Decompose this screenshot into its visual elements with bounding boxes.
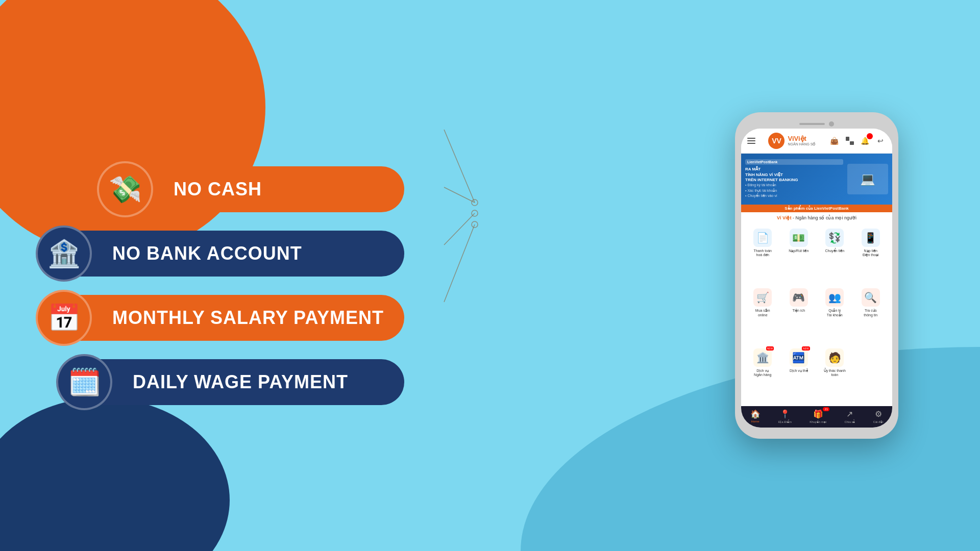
- notification-badge: [867, 133, 873, 139]
- settings-icon: ⚙: [875, 409, 882, 419]
- service-shopping[interactable]: 🛒 Mua sắmonline: [745, 285, 780, 344]
- share-label: Chia sẻ: [844, 420, 855, 423]
- daily-wage-label: DAILY WAGE PAYMENT: [133, 371, 348, 393]
- banner-bottom: Sản phẩm của LienVietPostBank: [741, 205, 892, 212]
- service-utilities[interactable]: 🎮 Tiện ích: [781, 285, 817, 344]
- lookup-label: Tra cứuthông tin: [864, 309, 877, 317]
- qr-icon[interactable]: [844, 135, 855, 146]
- daily-wage-icon: 🗓️: [68, 367, 101, 398]
- phone-notch: [741, 118, 892, 129]
- service-transfer[interactable]: 💱 Chuyển tiền: [817, 226, 852, 284]
- feature-no-bank-icon-wrapper: 🏦: [36, 226, 92, 282]
- card-label: Dịch vụ thẻ: [790, 369, 808, 373]
- delegate-label: Ủy thác thanhtoán: [824, 369, 846, 378]
- tagline-brand: Ví Việt: [777, 215, 791, 220]
- banner-text: LienVietPostBank RA MẮTTÍNH NĂNG VÍ VIỆT…: [745, 159, 843, 199]
- service-topup[interactable]: 📱 Nạp tiềnĐiện thoại: [853, 226, 889, 284]
- app-banner: LienVietPostBank RA MẮTTÍNH NĂNG VÍ VIỆT…: [741, 154, 892, 205]
- bottom-navigation: 🏠 Home 📍 Địa Điểm 🎁 21 Khuyến mại ↗: [741, 406, 892, 428]
- banner-details: • Đăng ký tài khoản• Xác thực tài khoản•…: [745, 183, 843, 199]
- feature-no-cash-icon-wrapper: 💸: [97, 161, 153, 217]
- promotions-label: Khuyến mại: [810, 420, 826, 423]
- app-tagline: Ví Việt - Ngân hàng số của mọi người: [741, 212, 892, 223]
- settings-label: Cài đặt: [873, 420, 884, 423]
- banner-bank-logo: LienVietPostBank: [745, 159, 843, 165]
- utilities-label: Tiện ích: [792, 309, 805, 313]
- logo-text: ViViệt NGÂN HÀNG SỐ: [788, 135, 816, 146]
- feature-no-bank-account: 🏦 NO BANK ACCOUNT: [41, 231, 404, 277]
- nav-share[interactable]: ↗ Chia sẻ: [844, 409, 855, 423]
- no-bank-account-label: NO BANK ACCOUNT: [112, 243, 302, 264]
- delegate-icon: 🧑: [825, 348, 844, 367]
- notification-icon[interactable]: 🔔: [860, 135, 871, 146]
- service-card[interactable]: 🏧NEW Dịch vụ thẻ: [781, 345, 817, 404]
- card-icon: 🏧NEW: [790, 348, 808, 367]
- monthly-salary-icon: 📅: [47, 303, 81, 334]
- deposit-icon: 💵: [790, 229, 808, 247]
- banking-icon: 🏛️NEW: [753, 348, 772, 367]
- no-bank-icon: 🏦: [47, 238, 81, 269]
- banner-laptop-image: 💻: [847, 164, 888, 194]
- deposit-label: Nạp/Rút tiền: [789, 249, 808, 253]
- home-label: Home: [751, 420, 760, 423]
- service-deposit[interactable]: 💵 Nạp/Rút tiền: [781, 226, 817, 284]
- hamburger-menu[interactable]: [747, 138, 755, 144]
- utilities-icon: 🎮: [790, 288, 808, 307]
- phone-camera: [829, 121, 834, 127]
- account-icon: 👥: [825, 288, 844, 307]
- phone-notch-line: [799, 123, 825, 125]
- topup-icon: 📱: [862, 229, 880, 247]
- promotions-badge: 21: [823, 407, 829, 411]
- no-cash-label: NO CASH: [174, 179, 262, 200]
- logo-icon: VV: [768, 133, 785, 149]
- service-grid: 📄 Thanh toánhoá đơn 💵 Nạp/Rút tiền 💱 Chu…: [741, 223, 892, 406]
- invoice-icon: 📄: [753, 229, 772, 247]
- topup-label: Nạp tiềnĐiện thoại: [863, 249, 879, 258]
- feature-no-cash: 💸 NO CASH: [102, 166, 404, 212]
- feature-daily-icon-wrapper: 🗓️: [56, 354, 112, 410]
- logout-icon[interactable]: ↩: [875, 135, 886, 146]
- shopping-icon: 🛒: [753, 288, 772, 307]
- app-header: VV ViViệt NGÂN HÀNG SỐ 👜: [741, 129, 892, 154]
- logo-subtitle: NGÂN HÀNG SỐ: [788, 142, 816, 146]
- tagline-text: - Ngân hàng số của mọi người: [793, 215, 856, 220]
- app-logo: VV ViViệt NGÂN HÀNG SỐ: [768, 133, 816, 149]
- share-icon: ↗: [846, 409, 853, 419]
- service-banking[interactable]: 🏛️NEW Dịch vụNgân hàng: [745, 345, 780, 404]
- feature-monthly-icon-wrapper: 📅: [36, 290, 92, 346]
- lookup-icon: 🔍: [862, 288, 880, 307]
- service-account-manage[interactable]: 👥 Quản lýTài khoản: [817, 285, 852, 344]
- promotions-icon: 🎁: [813, 409, 823, 419]
- phone-mockup: VV ViViệt NGÂN HÀNG SỐ 👜: [735, 112, 898, 439]
- location-label: Địa Điểm: [778, 420, 792, 423]
- header-icons: 👜 🔔 ↩: [829, 135, 886, 146]
- account-label: Quản lýTài khoản: [827, 309, 843, 317]
- nav-settings[interactable]: ⚙ Cài đặt: [873, 409, 884, 423]
- logo-name: ViViệt: [788, 135, 816, 142]
- phone-screen: VV ViViệt NGÂN HÀNG SỐ 👜: [741, 129, 892, 428]
- service-invoice[interactable]: 📄 Thanh toánhoá đơn: [745, 226, 780, 284]
- monthly-salary-label: MONTHLY SALARY PAYMENT: [112, 307, 384, 329]
- invoice-label: Thanh toánhoá đơn: [754, 249, 772, 258]
- wallet-icon[interactable]: 👜: [829, 135, 840, 146]
- nav-location[interactable]: 📍 Địa Điểm: [778, 409, 792, 423]
- nav-home[interactable]: 🏠 Home: [750, 409, 761, 423]
- shopping-label: Mua sắmonline: [755, 309, 770, 317]
- banking-label: Dịch vụNgân hàng: [754, 369, 771, 378]
- nav-promotions[interactable]: 🎁 21 Khuyến mại: [810, 409, 826, 423]
- feature-daily-wage: 🗓️ DAILY WAGE PAYMENT: [61, 359, 404, 405]
- location-icon: 📍: [780, 409, 790, 419]
- service-delegate[interactable]: 🧑 Ủy thác thanhtoán: [817, 345, 852, 404]
- phone-outer-shell: VV ViViệt NGÂN HÀNG SỐ 👜: [735, 112, 898, 439]
- no-cash-icon: 💸: [109, 174, 142, 205]
- transfer-label: Chuyển tiền: [825, 249, 844, 253]
- features-list: 💸 NO CASH 🏦 NO BANK ACCOUNT 📅 MONTHLY SA…: [41, 166, 404, 405]
- service-lookup[interactable]: 🔍 Tra cứuthông tin: [853, 285, 889, 344]
- banner-title: RA MẮTTÍNH NĂNG VÍ VIỆTTRÊN INTERNET BAN…: [745, 167, 843, 183]
- feature-monthly-salary: 📅 MONTHLY SALARY PAYMENT: [41, 295, 404, 341]
- home-icon: 🏠: [750, 409, 761, 419]
- transfer-icon: 💱: [825, 229, 844, 247]
